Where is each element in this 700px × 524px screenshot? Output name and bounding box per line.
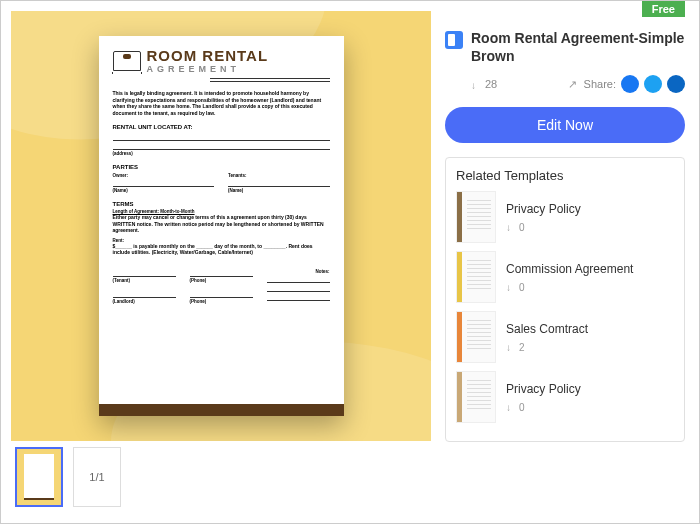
download-icon xyxy=(506,342,516,352)
related-downloads: 0 xyxy=(506,402,581,413)
download-icon xyxy=(506,282,516,292)
linkedin-icon[interactable] xyxy=(667,75,685,93)
app-container: ROOM RENTAL AGREEMENT This is legally bi… xyxy=(0,0,700,524)
preview-pane: ROOM RENTAL AGREEMENT This is legally bi… xyxy=(1,1,441,523)
download-icon xyxy=(506,402,516,412)
related-item[interactable]: Privacy Policy 0 xyxy=(456,191,674,243)
related-item[interactable]: Privacy Policy 0 xyxy=(456,371,674,423)
document-page: ROOM RENTAL AGREEMENT This is legally bi… xyxy=(99,36,344,416)
twitter-icon[interactable] xyxy=(644,75,662,93)
share-group: Share: xyxy=(568,75,685,93)
related-item[interactable]: Commission Agreement 0 xyxy=(456,251,674,303)
related-item[interactable]: Sales Comtract 2 xyxy=(456,311,674,363)
related-thumb xyxy=(456,371,496,423)
doc-rental-unit: RENTAL UNIT LOCATED AT: xyxy=(113,124,330,130)
facebook-icon[interactable] xyxy=(621,75,639,93)
doc-footer-bar xyxy=(99,404,344,416)
doc-heading-2: AGREEMENT xyxy=(147,64,269,74)
free-badge: Free xyxy=(642,1,685,17)
document-preview[interactable]: ROOM RENTAL AGREEMENT This is legally bi… xyxy=(11,11,431,441)
thumbnail-strip: 1/1 xyxy=(11,441,431,513)
related-name: Sales Comtract xyxy=(506,322,588,336)
download-icon xyxy=(471,79,481,89)
share-icon xyxy=(568,78,579,91)
doc-intro: This is legally binding agreement. It is… xyxy=(113,90,330,116)
related-name: Commission Agreement xyxy=(506,262,633,276)
related-thumb xyxy=(456,191,496,243)
related-thumb xyxy=(456,311,496,363)
side-panel: Free Room Rental Agreement-Simple Brown … xyxy=(441,1,699,523)
page-thumbnail-1[interactable] xyxy=(15,447,63,507)
related-downloads: 0 xyxy=(506,282,633,293)
related-name: Privacy Policy xyxy=(506,382,581,396)
bed-icon xyxy=(113,51,141,71)
related-templates: Related Templates Privacy Policy 0 Commi… xyxy=(445,157,685,442)
related-title: Related Templates xyxy=(456,168,674,183)
related-name: Privacy Policy xyxy=(506,202,581,216)
related-thumb xyxy=(456,251,496,303)
page-counter: 1/1 xyxy=(73,447,121,507)
related-downloads: 2 xyxy=(506,342,588,353)
app-icon xyxy=(445,31,463,49)
share-label: Share: xyxy=(584,78,616,90)
template-title: Room Rental Agreement-Simple Brown xyxy=(471,29,685,65)
doc-heading-1: ROOM RENTAL xyxy=(147,48,269,63)
edit-now-button[interactable]: Edit Now xyxy=(445,107,685,143)
related-downloads: 0 xyxy=(506,222,581,233)
download-icon xyxy=(506,222,516,232)
download-count: 28 xyxy=(471,78,497,90)
